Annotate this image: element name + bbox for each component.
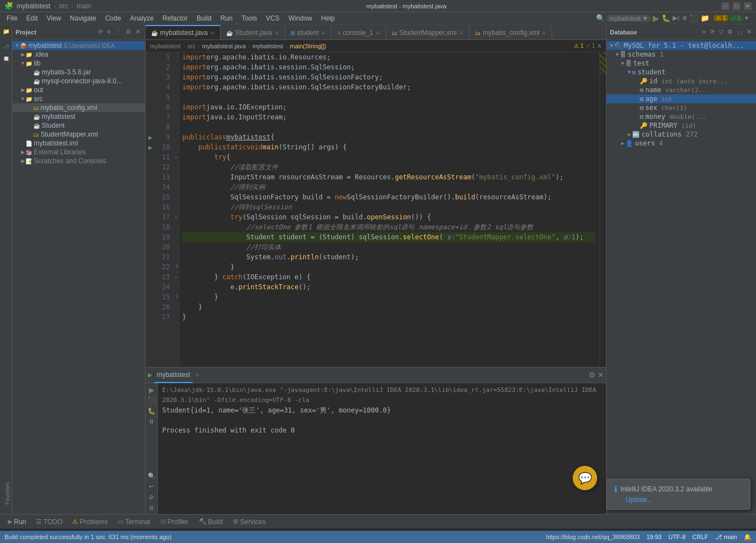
menu-window[interactable]: Window [284, 13, 317, 23]
warning-badge[interactable]: ⚠ 1 [714, 15, 728, 21]
profile-button[interactable]: ⊕ [682, 14, 687, 22]
notifications-icon[interactable]: 🔔 [744, 534, 752, 541]
tab-mybatistest-close[interactable]: ✕ [210, 30, 214, 36]
stop-button[interactable]: ⬛ [689, 14, 698, 22]
rerun-button[interactable]: ▶ [147, 385, 156, 394]
tree-lib[interactable]: ▼ 📁 lib [12, 59, 145, 68]
status-position[interactable]: 19:93 [647, 534, 662, 540]
tree-studentmapper-xml[interactable]: 🗂 StudentMapper.xml [12, 130, 145, 139]
menu-view[interactable]: View [42, 13, 66, 23]
bc-expand[interactable]: ∧ [597, 42, 602, 49]
run-with-coverage[interactable]: ▶c [673, 14, 680, 22]
bc-project[interactable]: mybatistest [150, 43, 181, 49]
toolbar-git[interactable]: mybatistest ▼ [607, 15, 650, 22]
db-add-icon[interactable]: + [700, 27, 707, 37]
menu-help[interactable]: Help [317, 13, 339, 23]
collapse-22[interactable]: └ [173, 262, 180, 272]
status-url[interactable]: https://blog.csdn.net/qq_36868803 [546, 534, 640, 540]
tree-ext-libs[interactable]: ▶ 📚 External Libraries [12, 148, 145, 157]
run-tab-close[interactable]: ✕ [195, 372, 199, 378]
db-student-table[interactable]: ▼ ⊞ student [607, 68, 756, 77]
code-content[interactable]: import org.apache.ibatis.io.Resources; i… [180, 52, 599, 367]
tree-mybatis-jar[interactable]: ☕ mybatis-3.5.6.jar [12, 68, 145, 77]
tab-studentmapper-close[interactable]: ✕ [459, 30, 463, 36]
db-users[interactable]: ▶ 👤 users 4 [607, 139, 756, 148]
run-settings-icon[interactable]: ⚙ [589, 371, 595, 379]
menu-navigate[interactable]: Navigate [66, 13, 101, 23]
bc-src[interactable]: src [187, 43, 196, 49]
menu-refactor[interactable]: Refactor [158, 13, 192, 23]
tab-studentmapper[interactable]: 🗂 StudentMapper.xml ✕ [386, 26, 469, 39]
bottom-tab-build[interactable]: 🔨 Build [194, 517, 228, 527]
tree-mybatis-config[interactable]: 🗂 mybatis_config.xml [12, 103, 145, 112]
db-col-name[interactable]: ⊟ name varchar(2... [607, 86, 756, 94]
check-badge[interactable]: ✓ 1 [729, 15, 743, 21]
tab-student-table[interactable]: ⊞ student ✕ [285, 26, 332, 39]
tab-console1[interactable]: > console_1 ✕ [332, 26, 386, 39]
project-dots-icon[interactable]: ⋮ [114, 28, 122, 36]
db-schemas[interactable]: ▼ 🗄 schemas 1 [607, 50, 756, 59]
db-collations[interactable]: ▶ 🔤 collations 272 [607, 130, 756, 139]
menu-run[interactable]: Run [216, 13, 237, 23]
run-line10-icon[interactable]: ▶ [146, 142, 156, 152]
close-button[interactable]: ✕ [744, 2, 752, 10]
project-settings-icon[interactable]: ⚙ [124, 28, 132, 36]
tree-idea[interactable]: ▶ 📁 .idea [12, 50, 145, 59]
stop-run-button[interactable]: ⬛ [147, 396, 156, 405]
tree-out[interactable]: ▶ 📁 out [12, 86, 145, 94]
check-indicator[interactable]: ✓ 1 [586, 43, 595, 49]
db-filter-icon[interactable]: ▽ [718, 28, 724, 36]
collapse-23[interactable]: ⌐ [173, 272, 180, 282]
db-col-age[interactable]: ⊟ age int [607, 94, 756, 103]
menu-build[interactable]: Build [192, 13, 216, 23]
collapse-11[interactable]: ⌐ [173, 152, 180, 162]
db-close-icon[interactable]: ✕ [745, 28, 753, 36]
project-collapse-icon[interactable]: ≡ [106, 28, 112, 36]
menu-file[interactable]: File [2, 13, 22, 23]
status-git[interactable]: ⎇ main [715, 534, 737, 541]
tab-student-table-close[interactable]: ✕ [321, 30, 326, 36]
bc-class[interactable]: mybatistest [252, 43, 283, 49]
project-sync-icon[interactable]: ⟳ [97, 28, 104, 36]
menu-analyze[interactable]: Analyze [126, 13, 158, 23]
tree-root[interactable]: ▼ 📦 mybatistest E:\Java\IntelliJ IDEA [12, 41, 145, 50]
bottom-tab-run[interactable]: ▶ Run [3, 517, 31, 527]
db-sync-icon[interactable]: ↑↓ [735, 28, 744, 36]
db-col-id[interactable]: 🔑 id int (auto incre... [607, 77, 756, 86]
run-pause-button[interactable]: ⏸ [147, 417, 156, 426]
collapse-17[interactable]: ⌐ [173, 212, 180, 222]
run-close-icon[interactable]: ✕ [598, 371, 604, 379]
toolbar-folder[interactable]: 📁 [700, 14, 709, 22]
tree-scratches[interactable]: ▶ 📝 Scratches and Consoles [12, 157, 145, 165]
tree-student-class[interactable]: ☕ Student [12, 121, 145, 130]
bottom-tab-todo[interactable]: ☰ TODO [32, 517, 67, 527]
main-tab[interactable]: main [77, 2, 91, 10]
tab-mybatis-config-close[interactable]: ✕ [542, 30, 546, 36]
tree-mysql-jar[interactable]: ☕ mysql-connector-java-8.0... [12, 77, 145, 86]
status-crlf[interactable]: CRLF [692, 534, 708, 540]
run-button[interactable]: ▶ [653, 13, 659, 23]
bottom-tab-problems[interactable]: ⚠ Problems [68, 517, 112, 527]
db-col-sex[interactable]: ⊟ sex char(1) [607, 103, 756, 112]
bottom-tab-terminal[interactable]: ▭ Terminal [113, 517, 154, 527]
run-print-icon[interactable]: 🖨 [147, 503, 156, 512]
debug-button[interactable]: 🐛 [662, 14, 670, 22]
tab-mybatis-config[interactable]: 🗂 mybatis_config.xml ✕ [469, 26, 552, 39]
activity-project[interactable]: 📁 [2, 28, 11, 37]
run-wrap-icon[interactable]: ↩ [147, 482, 156, 491]
activity-structure[interactable]: 🔲 [2, 56, 11, 64]
bottom-tab-profiler[interactable]: ◷ Profiler [156, 517, 193, 527]
bc-file[interactable]: mybatistest.java [202, 43, 246, 49]
status-encoding[interactable]: UTF-8 [668, 534, 685, 540]
tab-mybatistest[interactable]: ☕ mybatistest.java ✕ [146, 25, 221, 39]
run-filter-icon[interactable]: 🔍 [147, 471, 156, 480]
minimize-button[interactable]: ─ [722, 2, 729, 10]
db-settings-icon[interactable]: ⚙ [726, 28, 734, 36]
db-mysql-connection[interactable]: ▼ 🔌 MySQL for 5.1 - test@localh... [607, 41, 756, 50]
tab-student-close[interactable]: ✕ [274, 30, 279, 36]
db-test-schema[interactable]: ▼ 🗄 test [607, 59, 756, 68]
expand-icon[interactable]: ▼ [744, 15, 749, 21]
chat-bubble[interactable]: 💬 [573, 466, 597, 490]
tree-mybatistest-class[interactable]: ☕ mybatistest [12, 112, 145, 121]
menu-code[interactable]: Code [101, 13, 126, 23]
